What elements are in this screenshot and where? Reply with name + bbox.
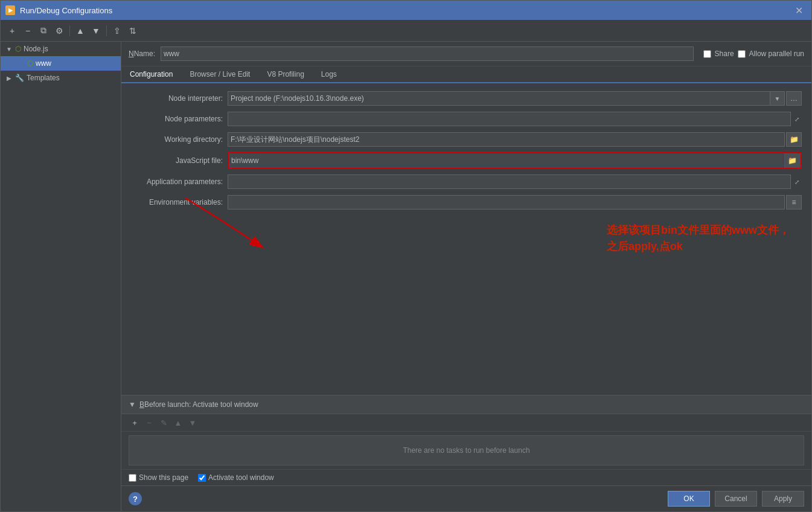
before-launch-title: BBefore launch: Activate tool window	[139, 400, 258, 409]
before-launch-toolbar: + − ✎ ▲ ▼	[121, 414, 811, 432]
title-bar-left: ▶ Run/Debug Configurations	[5, 5, 112, 15]
tasks-area: There are no tasks to run before launch	[129, 435, 804, 466]
www-label: www	[36, 59, 51, 68]
right-panel: NName: Share Allow parallel run Configur…	[121, 42, 811, 511]
expand-nodejs-icon: ▼	[5, 46, 13, 53]
nodejs-icon: ⬡	[15, 45, 21, 53]
apply-button[interactable]: Apply	[762, 491, 804, 507]
templates-expand-icon: ▶	[5, 75, 13, 82]
tab-logs[interactable]: Logs	[313, 66, 345, 83]
node-interpreter-label: Node interpreter:	[131, 94, 228, 103]
node-interpreter-select[interactable]: Project node (F:\nodejs10.16.3\node.exe)…	[228, 91, 785, 106]
tabs-bar: Configuration Browser / Live Edit V8 Pro…	[121, 66, 811, 83]
toolbar: + − ⧉ ⚙ ▲ ▼ ⇪ ⇅	[1, 20, 811, 42]
node-interpreter-more-button[interactable]: …	[786, 91, 802, 106]
action-bar-right: OK Cancel Apply	[668, 491, 804, 507]
application-parameters-expand-button[interactable]: ⤢	[792, 174, 802, 189]
tab-browser-live-edit[interactable]: Browser / Live Edit	[181, 66, 258, 83]
settings-button[interactable]: ⚙	[53, 24, 66, 37]
copy-configuration-button[interactable]: ⧉	[37, 24, 50, 37]
move-down-button[interactable]: ▼	[89, 24, 103, 37]
sort-button[interactable]: ⇅	[126, 24, 139, 37]
before-underline: B	[139, 400, 144, 409]
run-debug-icon: ▶	[5, 5, 15, 15]
annotation-arrow	[167, 192, 288, 252]
working-directory-field[interactable]	[231, 135, 782, 144]
application-parameters-row: Application parameters: ⤢	[131, 174, 802, 190]
parallel-checkbox[interactable]	[738, 50, 746, 58]
run-debug-configurations-dialog: ▶ Run/Debug Configurations ✕ + − ⧉ ⚙ ▲ ▼…	[0, 0, 812, 512]
node-interpreter-row: Node interpreter: Project node (F:\nodej…	[131, 91, 802, 106]
before-launch-up-button[interactable]: ▲	[172, 417, 184, 429]
folder-icon: 📁	[788, 156, 797, 165]
environment-variables-input[interactable]	[228, 195, 785, 210]
javascript-file-label: JavaScript file:	[131, 156, 228, 165]
footer-checkboxes: Show this page Activate tool window	[121, 469, 811, 485]
node-parameters-input[interactable]	[228, 112, 791, 126]
before-launch-down-button[interactable]: ▼	[187, 417, 199, 429]
javascript-file-container	[228, 152, 784, 169]
share-button[interactable]: ⇪	[110, 24, 124, 37]
node-parameters-expand-button[interactable]: ⤢	[792, 112, 802, 126]
configuration-tree: ▼ ⬡ Node.js ⬡ www ▶ 🔧 Templates	[1, 42, 121, 511]
tree-www-item[interactable]: ⬡ www	[1, 56, 121, 71]
action-bar-left: ?	[129, 492, 142, 505]
working-directory-label: Working directory:	[131, 135, 228, 144]
name-row: NName: Share Allow parallel run	[121, 42, 811, 66]
show-page-group: Show this page	[129, 473, 188, 482]
nodejs-label: Node.js	[24, 45, 48, 53]
javascript-file-browse-button[interactable]: 📁	[784, 152, 802, 169]
parallel-label: Allow parallel run	[749, 50, 804, 58]
add-configuration-button[interactable]: +	[5, 24, 19, 37]
move-up-button[interactable]: ▲	[74, 24, 87, 37]
before-launch-add-button[interactable]: +	[129, 417, 141, 429]
before-launch-section: ▼ BBefore launch: Activate tool window +…	[121, 395, 811, 485]
cancel-button[interactable]: Cancel	[715, 491, 757, 507]
show-page-label[interactable]: Show this page	[139, 473, 188, 482]
name-label: NName:	[129, 50, 156, 58]
action-bar: ? OK Cancel Apply	[121, 485, 811, 511]
before-launch-remove-button[interactable]: −	[143, 417, 155, 429]
javascript-file-input[interactable]	[229, 153, 783, 168]
activate-tool-checkbox[interactable]	[198, 474, 206, 482]
application-parameters-input[interactable]	[228, 174, 791, 189]
node-parameters-label: Node parameters:	[131, 115, 228, 123]
node-parameters-row: Node parameters: ⤢	[131, 111, 802, 127]
before-launch-edit-button[interactable]: ✎	[158, 417, 170, 429]
tab-configuration[interactable]: Configuration	[121, 66, 181, 83]
environment-variables-browse-button[interactable]: ≡	[786, 195, 802, 210]
annotation-area: 选择该项目bin文件里面的www文件， 之后apply,点ok	[131, 222, 802, 255]
before-launch-collapse-button[interactable]: ▼	[129, 400, 136, 409]
before-launch-header: ▼ BBefore launch: Activate tool window	[121, 395, 811, 414]
toolbar-separator-2	[106, 25, 107, 36]
node-parameters-field[interactable]	[231, 115, 788, 123]
tab-v8-profiling[interactable]: V8 Profiling	[258, 66, 312, 83]
main-content: ▼ ⬡ Node.js ⬡ www ▶ 🔧 Templates NName:	[1, 42, 811, 511]
share-checkbox[interactable]	[703, 50, 711, 58]
close-button[interactable]: ✕	[791, 4, 807, 18]
window-title: Run/Debug Configurations	[20, 6, 112, 15]
help-button[interactable]: ?	[129, 492, 142, 505]
working-directory-browse-button[interactable]: 📁	[786, 132, 802, 147]
activate-tool-group: Activate tool window	[198, 473, 274, 482]
remove-configuration-button[interactable]: −	[21, 24, 34, 37]
activate-tool-label[interactable]: Activate tool window	[208, 473, 274, 482]
title-bar: ▶ Run/Debug Configurations ✕	[1, 1, 811, 20]
templates-label: Templates	[27, 74, 60, 82]
tree-templates-item[interactable]: ▶ 🔧 Templates	[1, 71, 121, 85]
name-underline: N	[129, 50, 134, 58]
tree-nodejs-group[interactable]: ▼ ⬡ Node.js	[1, 42, 121, 56]
form-area: Node interpreter: Project node (F:\nodej…	[121, 83, 811, 395]
working-directory-input[interactable]	[228, 132, 785, 147]
application-parameters-label: Application parameters:	[131, 178, 228, 186]
annotation-text: 选择该项目bin文件里面的www文件， 之后apply,点ok	[607, 222, 790, 255]
show-page-checkbox[interactable]	[129, 474, 136, 482]
name-input[interactable]	[161, 46, 694, 61]
environment-variables-field[interactable]	[231, 198, 782, 206]
toolbar-separator	[69, 25, 70, 36]
node-interpreter-arrow[interactable]: ▼	[770, 92, 784, 105]
application-parameters-field[interactable]	[231, 178, 788, 186]
javascript-file-row: JavaScript file: 📁	[131, 152, 802, 169]
ok-button[interactable]: OK	[668, 491, 710, 507]
working-directory-row: Working directory: 📁	[131, 132, 802, 147]
